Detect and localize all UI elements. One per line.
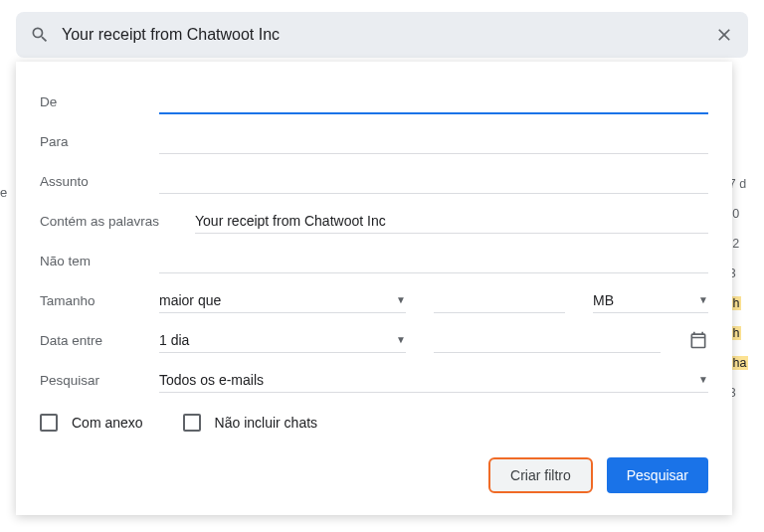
calendar-icon[interactable] bbox=[688, 330, 708, 350]
clear-icon[interactable] bbox=[714, 25, 734, 45]
from-input[interactable] bbox=[159, 89, 708, 114]
subject-label: Assunto bbox=[40, 174, 159, 189]
attachment-checkbox-label: Com anexo bbox=[72, 415, 143, 431]
search-icon bbox=[30, 25, 50, 45]
nochats-checkbox[interactable]: Não incluir chats bbox=[183, 414, 318, 432]
from-label: De bbox=[40, 94, 159, 109]
to-input[interactable] bbox=[159, 129, 708, 154]
date-label: Data entre bbox=[40, 333, 159, 348]
chevron-down-icon: ▼ bbox=[698, 294, 708, 305]
search-in-value: Todos os e-mails bbox=[159, 372, 264, 388]
date-range-value: 1 dia bbox=[159, 332, 189, 348]
attachment-checkbox[interactable]: Com anexo bbox=[40, 414, 143, 432]
chevron-down-icon: ▼ bbox=[396, 334, 406, 345]
checkbox-box bbox=[40, 414, 58, 432]
search-bar[interactable] bbox=[16, 12, 748, 58]
size-unit-select[interactable]: MB ▼ bbox=[593, 288, 708, 313]
search-in-label: Pesquisar bbox=[40, 373, 159, 388]
search-input[interactable] bbox=[50, 26, 714, 44]
advanced-search-panel: De Para Assunto Contém as palavras Não t… bbox=[16, 62, 732, 515]
not-have-label: Não tem bbox=[40, 254, 159, 268]
background-left-fragment: e bbox=[0, 185, 15, 200]
nochats-checkbox-label: Não incluir chats bbox=[215, 415, 318, 431]
size-label: Tamanho bbox=[40, 293, 159, 308]
chevron-down-icon: ▼ bbox=[698, 374, 708, 385]
date-range-select[interactable]: 1 dia ▼ bbox=[159, 328, 406, 353]
create-filter-button[interactable]: Criar filtro bbox=[488, 457, 593, 493]
date-input[interactable] bbox=[434, 328, 661, 353]
size-operator-value: maior que bbox=[159, 292, 221, 308]
search-in-select[interactable]: Todos os e-mails ▼ bbox=[159, 368, 708, 393]
chevron-down-icon: ▼ bbox=[396, 294, 406, 305]
has-words-input[interactable] bbox=[195, 209, 708, 234]
size-value-input[interactable] bbox=[434, 288, 565, 313]
to-label: Para bbox=[40, 134, 159, 149]
has-words-label: Contém as palavras bbox=[40, 214, 195, 229]
subject-input[interactable] bbox=[159, 169, 708, 194]
not-have-input[interactable] bbox=[159, 249, 708, 273]
size-operator-select[interactable]: maior que ▼ bbox=[159, 288, 406, 313]
search-button[interactable]: Pesquisar bbox=[607, 457, 708, 493]
size-unit-value: MB bbox=[593, 292, 614, 308]
checkbox-box bbox=[183, 414, 201, 432]
